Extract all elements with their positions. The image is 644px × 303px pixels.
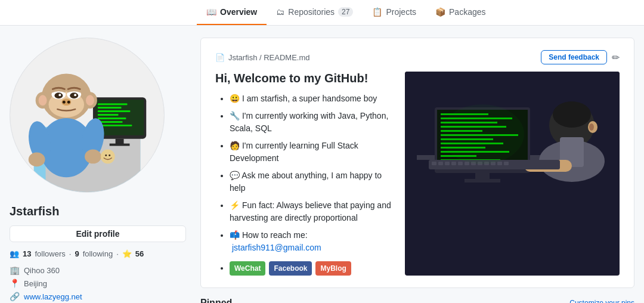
svg-point-32 xyxy=(29,153,45,167)
stars-count[interactable]: 56 xyxy=(135,249,144,258)
tab-projects[interactable]: 📋 Projects xyxy=(363,0,426,25)
company-meta: 🏢 Qihoo 360 xyxy=(10,265,186,275)
svg-point-22 xyxy=(54,92,63,98)
svg-point-24 xyxy=(58,94,61,96)
edit-profile-button[interactable]: Edit profile xyxy=(10,225,186,242)
followers-count[interactable]: 13 xyxy=(23,249,31,258)
repositories-badge: 27 xyxy=(338,7,353,17)
svg-rect-65 xyxy=(438,162,443,165)
pinned-section: Pinned Customize your pins 📁 JavaKeeper … xyxy=(200,298,634,303)
link-icon: 🔗 xyxy=(10,292,19,301)
svg-point-33 xyxy=(85,150,101,164)
svg-rect-74 xyxy=(497,162,502,165)
svg-rect-55 xyxy=(465,179,500,183)
tab-repositories-label: Repositories xyxy=(288,7,335,17)
svg-point-57 xyxy=(553,101,591,128)
email-link[interactable]: jstarfish911@gmail.com xyxy=(232,243,321,252)
pinned-header: Pinned Customize your pins xyxy=(200,298,634,303)
tab-projects-label: Projects xyxy=(386,7,416,17)
page-wrapper: 📖 Overview 🗂 Repositories 27 📋 Projects … xyxy=(0,0,644,303)
list-item: 🧑 I'm currently learning Full Stack Deve… xyxy=(230,140,393,165)
location-name: Beijing xyxy=(24,279,47,288)
svg-point-36 xyxy=(109,154,110,156)
item-text: I am starfish, a super handsome boy xyxy=(242,94,377,103)
svg-point-18 xyxy=(86,95,94,106)
facebook-badge[interactable]: Facebook xyxy=(269,261,312,276)
svg-point-23 xyxy=(70,92,78,98)
file-icon: 📄 xyxy=(215,53,225,62)
readme-illustration xyxy=(405,72,620,276)
readme-header: 📄 Jstarfish / README.md Send feedback ✏ xyxy=(215,50,620,64)
username: Jstarfish xyxy=(10,205,186,218)
tab-packages[interactable]: 📦 Packages xyxy=(426,0,495,25)
profile-meta: 🏢 Qihoo 360 📍 Beijing 🔗 www.lazyegg.net xyxy=(10,265,186,301)
list-item: 📫 How to reach me: jstarfish911@gmail.co… xyxy=(230,229,393,254)
svg-rect-67 xyxy=(451,162,456,165)
star-icon: ⭐ xyxy=(122,249,132,258)
tab-repositories[interactable]: 🗂 Repositories 27 xyxy=(267,0,363,25)
item-text: I'm currently learning Full Stack Develo… xyxy=(230,141,358,163)
tab-overview[interactable]: 📖 Overview xyxy=(197,0,267,25)
svg-rect-75 xyxy=(504,162,509,165)
social-badges-item: WeChat Facebook MyBlog xyxy=(230,259,393,276)
svg-point-35 xyxy=(105,154,107,156)
pinned-title: Pinned xyxy=(200,298,232,303)
followers-label: followers xyxy=(35,249,65,258)
readme-content: Hi, Welcome to my GitHub! 😀 I am starfis… xyxy=(215,72,620,276)
list-item: 🔧 I'm currently working with Java, Pytho… xyxy=(230,110,393,135)
website-link[interactable]: www.lazyegg.net xyxy=(24,292,82,301)
location-meta: 📍 Beijing xyxy=(10,279,186,288)
svg-rect-66 xyxy=(445,162,450,165)
readme-title: Hi, Welcome to my GitHub! xyxy=(215,72,393,85)
avatar xyxy=(10,38,165,193)
svg-rect-13 xyxy=(110,144,130,146)
company-name: Qihoo 360 xyxy=(24,266,60,275)
social-badges: WeChat Facebook MyBlog xyxy=(230,261,393,276)
follow-stats: 👥 13 followers · 9 following · ⭐ 56 xyxy=(10,249,186,258)
following-label: following xyxy=(83,249,113,258)
building-icon: 🏢 xyxy=(10,265,19,275)
location-icon: 📍 xyxy=(10,279,19,288)
svg-rect-7 xyxy=(98,110,131,112)
svg-rect-8 xyxy=(98,114,119,116)
list-item: 💬 Ask me about anything, I am happy to h… xyxy=(230,169,393,194)
customize-pins-link[interactable]: Customize your pins xyxy=(569,299,634,303)
item-text: Ask me about anything, I am happy to hel… xyxy=(230,171,382,193)
svg-point-27 xyxy=(63,101,66,104)
book-icon: 📖 xyxy=(206,7,216,17)
website-meta: 🔗 www.lazyegg.net xyxy=(10,292,186,301)
readme-actions: Send feedback ✏ xyxy=(541,50,620,64)
sidebar: Jstarfish Edit profile 👥 13 followers · … xyxy=(10,38,186,303)
following-count[interactable]: 9 xyxy=(75,249,79,258)
project-icon: 📋 xyxy=(372,7,382,17)
main-layout: Jstarfish Edit profile 👥 13 followers · … xyxy=(0,26,644,303)
users-icon: 👥 xyxy=(10,249,19,258)
list-item: 😀 I am starfish, a super handsome boy xyxy=(230,92,393,105)
readme-card: 📄 Jstarfish / README.md Send feedback ✏ … xyxy=(200,38,634,288)
tab-overview-label: Overview xyxy=(220,7,257,17)
repo-icon: 🗂 xyxy=(276,7,284,17)
myblog-badge[interactable]: MyBlog xyxy=(315,261,351,276)
tab-packages-label: Packages xyxy=(449,7,485,17)
readme-list: 😀 I am starfish, a super handsome boy 🔧 … xyxy=(215,92,393,276)
package-icon: 📦 xyxy=(435,7,445,17)
main-content: 📄 Jstarfish / README.md Send feedback ✏ … xyxy=(200,38,634,303)
readme-text: Hi, Welcome to my GitHub! 😀 I am starfis… xyxy=(215,72,393,276)
item-text: I'm currently working with Java, Python,… xyxy=(230,111,388,133)
list-item: ⚡ Fun fact: Always believe that paying a… xyxy=(230,199,393,224)
readme-path-text: Jstarfish / README.md xyxy=(228,53,310,62)
svg-point-16 xyxy=(39,95,47,106)
svg-point-34 xyxy=(101,150,115,164)
svg-point-76 xyxy=(441,104,524,164)
svg-point-61 xyxy=(589,123,594,131)
wechat-badge[interactable]: WeChat xyxy=(230,261,265,276)
item-text: How to reach me: xyxy=(242,230,308,240)
readme-path: 📄 Jstarfish / README.md xyxy=(215,53,310,62)
send-feedback-button[interactable]: Send feedback xyxy=(541,50,607,64)
edit-icon[interactable]: ✏ xyxy=(612,52,620,63)
svg-point-28 xyxy=(67,101,70,104)
item-text: Fun fact: Always believe that paying and… xyxy=(230,200,391,222)
svg-rect-5 xyxy=(98,103,128,105)
profile-nav: 📖 Overview 🗂 Repositories 27 📋 Projects … xyxy=(0,0,644,26)
svg-rect-68 xyxy=(458,162,463,165)
